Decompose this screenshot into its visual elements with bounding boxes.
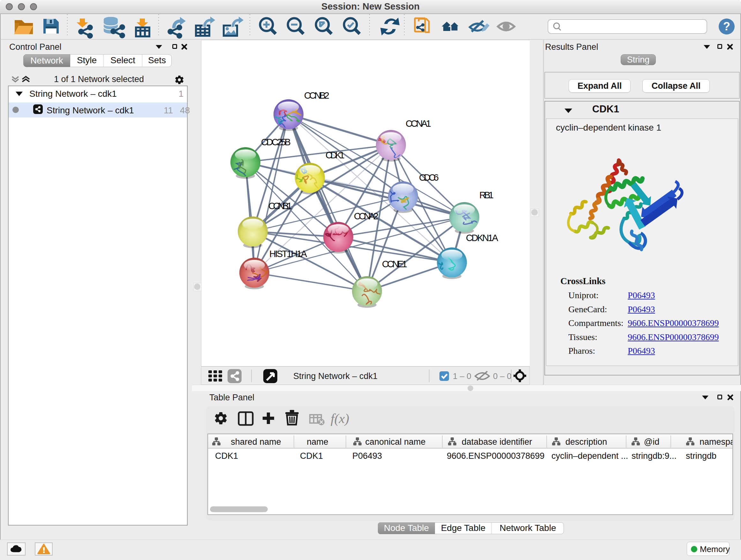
svg-text:CDK1: CDK1 <box>326 150 345 160</box>
svg-text:1 – 0: 1 – 0 <box>453 371 471 381</box>
svg-text:CCNB2: CCNB2 <box>304 90 329 101</box>
svg-text:CCNA1: CCNA1 <box>406 118 431 129</box>
svg-text:CCNB1: CCNB1 <box>268 201 292 211</box>
svg-text:HIST1H1A: HIST1H1A <box>269 249 307 259</box>
svg-text:CDC25B: CDC25B <box>261 137 291 147</box>
svg-text:RB1: RB1 <box>479 190 494 200</box>
svg-text:@id: @id <box>644 437 659 447</box>
svg-text:canonical name: canonical name <box>365 437 425 447</box>
svg-text:0 – 0: 0 – 0 <box>493 371 512 381</box>
svg-text:CCNE1: CCNE1 <box>382 259 407 269</box>
svg-text:namespac: namespac <box>699 437 732 447</box>
svg-text:?: ? <box>723 20 730 33</box>
svg-text:name: name <box>307 437 328 447</box>
svg-text:CCNA2: CCNA2 <box>354 211 379 221</box>
svg-text:description: description <box>565 437 607 447</box>
svg-text:f(x): f(x) <box>331 411 349 426</box>
svg-text:CDKN1A: CDKN1A <box>466 233 498 243</box>
svg-text:shared name: shared name <box>231 437 281 447</box>
svg-text:database identifier: database identifier <box>462 437 532 447</box>
svg-text:CDC6: CDC6 <box>419 172 439 183</box>
svg-text:String Network – cdk1: String Network – cdk1 <box>293 371 378 381</box>
